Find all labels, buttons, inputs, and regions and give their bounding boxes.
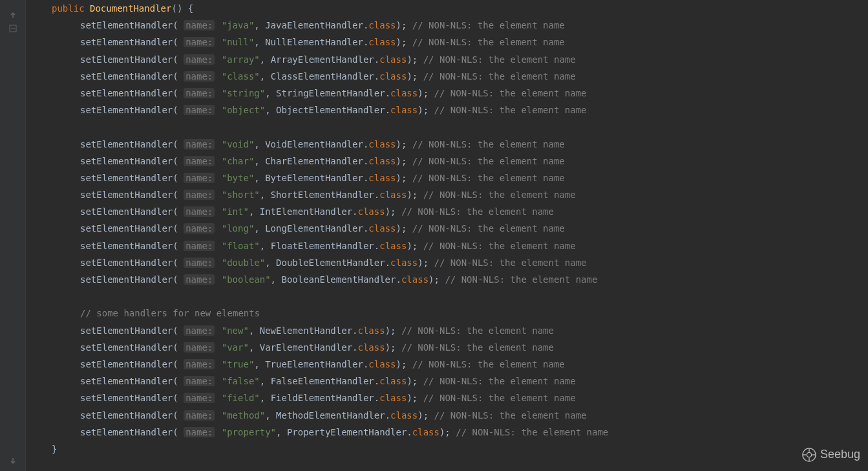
parameter-hint: name: — [184, 223, 215, 234]
code-line[interactable]: setElementHandler( name: "double", Doubl… — [26, 254, 868, 271]
parameter-hint: name: — [184, 156, 215, 166]
parameter-hint: name: — [184, 20, 215, 30]
parameter-hint: name: — [184, 206, 215, 217]
parameter-hint: name: — [184, 173, 215, 183]
seebug-watermark: Seebug — [802, 444, 860, 466]
code-line[interactable]: setElementHandler( name: "class", ClassE… — [26, 68, 868, 85]
code-line[interactable]: setElementHandler( name: "boolean", Bool… — [26, 271, 868, 288]
code-line[interactable]: setElementHandler( name: "array", ArrayE… — [26, 51, 868, 68]
code-line[interactable]: setElementHandler( name: "property", Pro… — [26, 424, 868, 441]
code-line[interactable]: setElementHandler( name: "int", IntEleme… — [26, 203, 868, 220]
parameter-hint: name: — [184, 274, 215, 285]
code-line[interactable]: public DocumentHandler() { — [26, 0, 868, 17]
expand-region-icon[interactable] — [9, 453, 17, 461]
parameter-hint: name: — [184, 71, 215, 82]
code-line[interactable]: setElementHandler( name: "char", CharEle… — [26, 153, 868, 170]
parameter-hint: name: — [184, 376, 215, 386]
code-line[interactable]: setElementHandler( name: "new", NewEleme… — [26, 322, 868, 339]
parameter-hint: name: — [184, 105, 215, 115]
code-line[interactable]: setElementHandler( name: "java", JavaEle… — [26, 17, 868, 34]
parameter-hint: name: — [184, 88, 215, 98]
code-line[interactable]: } — [26, 441, 868, 457]
parameter-hint: name: — [184, 37, 215, 47]
parameter-hint: name: — [184, 54, 215, 65]
bug-icon — [802, 448, 816, 462]
parameter-hint: name: — [184, 427, 215, 437]
blank-line[interactable] — [26, 288, 868, 305]
code-line[interactable]: setElementHandler( name: "string", Strin… — [26, 85, 868, 102]
code-line[interactable]: // some handlers for new elements — [26, 305, 868, 322]
parameter-hint: name: — [184, 139, 215, 149]
code-line[interactable]: setElementHandler( name: "object", Objec… — [26, 102, 868, 118]
parameter-hint: name: — [184, 359, 215, 369]
code-line[interactable]: setElementHandler( name: "var", VarEleme… — [26, 339, 868, 356]
parameter-hint: name: — [184, 342, 215, 353]
editor-gutter[interactable] — [0, 0, 26, 471]
code-line[interactable]: setElementHandler( name: "short", ShortE… — [26, 186, 868, 203]
code-line[interactable]: setElementHandler( name: "null", NullEle… — [26, 34, 868, 50]
code-line[interactable]: setElementHandler( name: "long", LongEle… — [26, 220, 868, 237]
watermark-text: Seebug — [820, 444, 860, 466]
svg-point-3 — [807, 453, 811, 457]
parameter-hint: name: — [184, 325, 215, 336]
code-line[interactable]: setElementHandler( name: "byte", ByteEle… — [26, 170, 868, 186]
collapse-region-icon[interactable] — [9, 21, 17, 28]
parameter-hint: name: — [184, 190, 215, 200]
parameter-hint: name: — [184, 393, 215, 403]
code-line[interactable]: setElementHandler( name: "method", Metho… — [26, 407, 868, 424]
code-line[interactable]: setElementHandler( name: "false", FalseE… — [26, 373, 868, 389]
code-editor[interactable]: public DocumentHandler() {setElementHand… — [26, 0, 868, 457]
code-line[interactable]: setElementHandler( name: "field", FieldE… — [26, 389, 868, 406]
code-line[interactable]: setElementHandler( name: "float", FloatE… — [26, 237, 868, 254]
parameter-hint: name: — [184, 410, 215, 421]
parameter-hint: name: — [184, 241, 215, 251]
fold-marker-icon[interactable] — [9, 8, 17, 16]
code-line[interactable]: setElementHandler( name: "true", TrueEle… — [26, 356, 868, 373]
parameter-hint: name: — [184, 257, 215, 268]
code-line[interactable]: setElementHandler( name: "void", VoidEle… — [26, 136, 868, 153]
blank-line[interactable] — [26, 118, 868, 135]
